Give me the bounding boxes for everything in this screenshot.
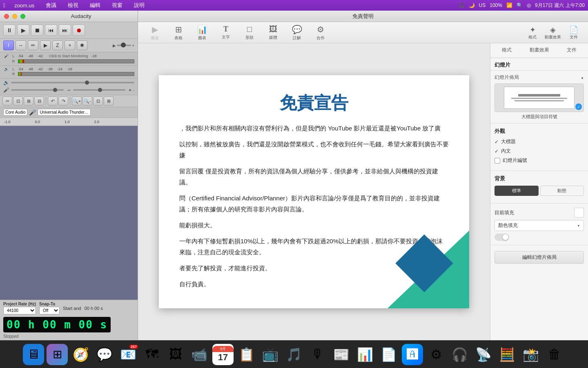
text-tool[interactable]: T 文字	[216, 23, 236, 42]
project-rate-select[interactable]: 44100	[3, 307, 36, 314]
track-area[interactable]	[0, 126, 138, 300]
dock-news[interactable]: 📰	[331, 344, 352, 365]
slide-thumb[interactable]: ✓	[494, 83, 584, 112]
mic-slider[interactable]	[11, 89, 64, 91]
skip-forward-button[interactable]: ⏭	[59, 25, 71, 36]
dock-podcasts[interactable]: 🎙	[307, 344, 328, 365]
zoom-fit-button[interactable]: ⊡	[93, 96, 103, 105]
close-button[interactable]	[4, 14, 9, 19]
dock-apple-tv[interactable]: 📺	[260, 344, 281, 365]
dock-calculator[interactable]: 🧮	[497, 344, 518, 365]
gain-icon: +	[129, 88, 131, 92]
menubar-siri-icon[interactable]: ◎	[527, 2, 531, 8]
collab-tool[interactable]: ⚙ 合作	[310, 23, 331, 43]
layout-chevron-icon[interactable]	[581, 75, 584, 81]
pause-button[interactable]: ⏸	[3, 25, 16, 36]
menubar-lang[interactable]: US	[479, 2, 486, 8]
shape-tool[interactable]: □ 形狀	[239, 23, 260, 42]
slide-canvas[interactable]: 免責宣告 ，我們影片和所有相關內容沒有營利行為，但是我們的 YouTube 影片…	[138, 43, 490, 340]
animate-tool[interactable]: ◈ 動畫效果	[541, 24, 564, 42]
comment-tool[interactable]: 💬 註解	[287, 23, 307, 43]
dock-system-prefs[interactable]: ⚙	[425, 344, 447, 365]
menubar-zoom[interactable]: zoom.us	[12, 2, 37, 9]
vu-output-section: 🔊 L -54 -48 -42 -36 -24 -18 R	[0, 66, 138, 79]
cut-button[interactable]: ✂	[2, 96, 12, 105]
zoom-out-button[interactable]: 🔍-	[82, 96, 92, 105]
vu-input-icon: 🎤	[3, 54, 9, 58]
menubar-help[interactable]: 說明	[131, 1, 147, 10]
dock-numbers[interactable]: 📊	[354, 344, 376, 365]
record-button[interactable]: ⏺	[73, 25, 85, 36]
dock-reminders[interactable]: 📋	[236, 344, 257, 365]
dock-messages[interactable]: 💬	[94, 344, 115, 365]
envelope-tool[interactable]: ↔	[16, 40, 26, 50]
edit-layout-button[interactable]: 編輯幻燈片佈局	[494, 251, 584, 264]
timeshift-tool[interactable]: Z	[52, 40, 63, 50]
play-tool[interactable]: ▶ 播放	[145, 23, 165, 43]
dock-safari[interactable]: 🧭	[70, 344, 91, 365]
zoom-in-button[interactable]: 🔍+	[72, 96, 82, 105]
apple-menu[interactable]: 	[3, 2, 5, 9]
fill-toggle[interactable]	[494, 233, 509, 241]
dock-photos[interactable]: 🖼	[165, 344, 186, 365]
snap-to-select[interactable]: Off	[39, 307, 60, 314]
dock-photo-booth[interactable]: 📸	[520, 344, 541, 365]
dock-facetime[interactable]: 📹	[189, 344, 210, 365]
fill-type-dropdown[interactable]: 顏色填充	[494, 220, 584, 231]
trim-button[interactable]: ⊟	[34, 96, 44, 105]
bg-tab-standard[interactable]: 標準	[494, 186, 539, 196]
redo-button[interactable]: ↷	[58, 96, 68, 105]
undo-button[interactable]: ↶	[48, 96, 58, 105]
dock-mail[interactable]: 📧 257	[118, 344, 139, 365]
dock-app-store[interactable]: 🅰	[402, 344, 423, 365]
menubar-search-icon[interactable]: 🔍	[517, 2, 523, 8]
draw-tool[interactable]: ✏	[28, 40, 38, 50]
tab-doc[interactable]: 文件	[555, 43, 588, 58]
dock-finder[interactable]: 🖥	[23, 344, 44, 365]
menubar-edit[interactable]: 編輯	[87, 1, 103, 10]
speed-slider-thumb[interactable]	[121, 43, 126, 47]
zoom-button[interactable]	[20, 14, 25, 19]
check-number-box[interactable]	[494, 158, 500, 164]
dock-zoom[interactable]: 📡	[473, 344, 494, 365]
animate-icon: ◈	[550, 25, 556, 34]
tab-format[interactable]: 格式	[490, 43, 523, 58]
dock-calendar[interactable]: 9月 17	[212, 344, 234, 365]
mic-device-select[interactable]: Universal Audio Thunderbo...	[38, 109, 91, 116]
stop-button[interactable]: ⏹	[31, 25, 43, 36]
time-input-box[interactable]: 00 h 00 s	[85, 306, 103, 311]
dock-trash[interactable]: 🗑	[544, 344, 565, 365]
magnify-tool[interactable]: +	[65, 40, 75, 50]
volume-pan-section: 🔊 🎤 ↔ + -	[0, 79, 138, 95]
vu-monitor-text[interactable]: Click to Start Monitoring	[47, 54, 90, 58]
current-fill-swatch[interactable]	[574, 208, 584, 218]
menubar-meeting[interactable]: 會議	[43, 1, 59, 10]
selection-tool[interactable]: I	[3, 40, 14, 50]
play-button[interactable]: ▶	[17, 25, 29, 36]
audio-host-select[interactable]: Core Audio	[3, 109, 27, 116]
media-tool[interactable]: 🖼 媒體	[263, 23, 283, 42]
zoom-tool[interactable]: ▶	[40, 40, 51, 50]
minimize-button[interactable]	[12, 14, 17, 19]
table-tool[interactable]: ⊞ 表格	[168, 23, 189, 43]
format-tool[interactable]: ✦ 格式	[525, 24, 540, 42]
tab-animate[interactable]: 動畫效果	[523, 43, 556, 58]
dock-audio[interactable]: 🎧	[449, 344, 470, 365]
doc-tool[interactable]: 📄 文件	[566, 24, 581, 42]
paste-button[interactable]: ⊞	[24, 96, 33, 105]
dock-launchpad[interactable]: ⊞	[47, 344, 68, 365]
menubar-wifi-icon: 📶	[506, 2, 512, 8]
volume-slider[interactable]	[11, 82, 134, 83]
chart-tool[interactable]: 📊 圖表	[192, 23, 212, 43]
copy-button[interactable]: ⊡	[13, 96, 23, 105]
menubar-view[interactable]: 檢視	[65, 1, 81, 10]
menubar-window[interactable]: 視窗	[109, 1, 125, 10]
dock-music[interactable]: 🎵	[283, 344, 305, 365]
skip-back-button[interactable]: ⏮	[45, 25, 57, 36]
pan-slider[interactable]	[73, 89, 126, 91]
bg-tab-dynamic[interactable]: 動態	[540, 186, 584, 196]
zoom-project-button[interactable]: ⊞	[104, 96, 114, 105]
dock-pages[interactable]: 📄	[378, 344, 399, 365]
dock-maps[interactable]: 🗺	[141, 344, 163, 365]
multi-tool[interactable]: ✱	[77, 40, 87, 50]
